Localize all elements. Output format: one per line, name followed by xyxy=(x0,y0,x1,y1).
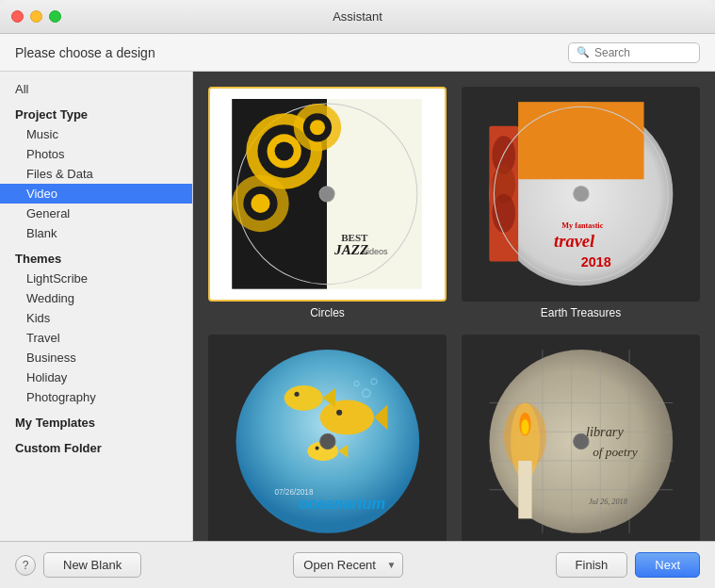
new-blank-button[interactable]: New Blank xyxy=(43,552,141,578)
sidebar-item-general[interactable]: General xyxy=(0,204,192,223)
help-button[interactable]: ? xyxy=(15,555,36,576)
svg-text:videos: videos xyxy=(364,248,389,257)
design-label-earth: Earth Treasures xyxy=(541,306,621,319)
svg-point-23 xyxy=(492,194,515,233)
svg-point-60 xyxy=(521,419,528,434)
design-item-earth-treasures[interactable]: My fantastic travel 2018 Earth Treasures xyxy=(462,87,700,319)
search-box[interactable]: 🔍 xyxy=(568,42,700,63)
svg-point-32 xyxy=(319,400,373,435)
window: Assistant Please choose a design 🔍 All P… xyxy=(0,0,715,588)
maximize-button[interactable] xyxy=(49,10,61,23)
sidebar-item-travel[interactable]: Travel xyxy=(0,328,192,348)
svg-rect-58 xyxy=(518,461,531,518)
sidebar-item-wedding[interactable]: Wedding xyxy=(0,288,192,308)
svg-text:travel: travel xyxy=(554,232,595,251)
sidebar-header-project-type: Project Type xyxy=(0,105,192,124)
title-bar: Assistant xyxy=(0,0,715,34)
svg-text:oceanarium: oceanarium xyxy=(299,496,385,513)
sidebar-item-lightscribe[interactable]: LightScribe xyxy=(0,269,192,288)
svg-point-34 xyxy=(336,410,342,416)
page-title: Please choose a design xyxy=(15,45,155,60)
footer: ? New Blank Open Recent Recent File 1 Re… xyxy=(0,541,715,588)
design-item-candle-light[interactable]: library of poetry Jul 26, 2018 Candle Li… xyxy=(462,335,700,541)
svg-text:library: library xyxy=(586,425,624,440)
open-recent-wrapper[interactable]: Open Recent Recent File 1 Recent File 2 … xyxy=(293,552,403,578)
traffic-lights xyxy=(11,10,61,23)
minimize-button[interactable] xyxy=(30,10,42,23)
sidebar-item-kids[interactable]: Kids xyxy=(0,308,192,328)
svg-point-46 xyxy=(319,434,334,449)
footer-right: Finish Next xyxy=(556,552,700,578)
design-thumb-circles: BEST JAZZ videos xyxy=(208,87,447,302)
svg-point-40 xyxy=(315,447,318,450)
svg-point-12 xyxy=(252,194,270,213)
svg-point-64 xyxy=(573,434,588,449)
design-grid: BEST JAZZ videos Circles xyxy=(193,72,715,541)
design-label-circles: Circles xyxy=(310,306,345,319)
subtitle-bar: Please choose a design 🔍 xyxy=(0,34,715,72)
svg-text:of poetry: of poetry xyxy=(593,445,638,459)
svg-point-30 xyxy=(573,187,588,202)
search-icon: 🔍 xyxy=(577,46,590,58)
earth-treasures-svg: My fantastic travel 2018 xyxy=(474,97,689,290)
footer-center: Open Recent Recent File 1 Recent File 2 … xyxy=(293,552,403,578)
sidebar-item-business[interactable]: Business xyxy=(0,348,192,368)
design-thumb-earth: My fantastic travel 2018 xyxy=(462,87,700,302)
sidebar-header-my-templates: My Templates xyxy=(0,413,192,433)
open-recent-select[interactable]: Open Recent Recent File 1 Recent File 2 xyxy=(293,552,403,578)
footer-left: ? New Blank xyxy=(15,552,141,578)
svg-rect-1 xyxy=(328,99,423,289)
fauna-life-svg: 07/26/2018 oceanarium xyxy=(220,345,435,538)
svg-point-37 xyxy=(294,392,299,397)
sidebar-item-photography[interactable]: Photography xyxy=(0,387,192,407)
next-button[interactable]: Next xyxy=(635,552,700,578)
search-input[interactable] xyxy=(594,46,691,59)
sidebar-item-files-data[interactable]: Files & Data xyxy=(0,164,192,184)
sidebar-item-music[interactable]: Music xyxy=(0,124,192,144)
sidebar: All Project Type Music Photos Files & Da… xyxy=(0,72,193,541)
svg-point-35 xyxy=(284,386,322,412)
sidebar-header-themes: Themes xyxy=(0,249,192,269)
candle-light-svg: library of poetry Jul 26, 2018 xyxy=(474,345,689,538)
sidebar-item-holiday[interactable]: Holiday xyxy=(0,368,192,387)
svg-rect-24 xyxy=(518,103,643,180)
design-item-circles[interactable]: BEST JAZZ videos Circles xyxy=(208,87,447,319)
sidebar-item-all[interactable]: All xyxy=(0,79,192,99)
svg-text:My fantastic: My fantastic xyxy=(561,221,603,230)
close-button[interactable] xyxy=(11,10,24,23)
sidebar-item-photos[interactable]: Photos xyxy=(0,144,192,164)
window-title: Assistant xyxy=(333,9,382,24)
design-thumb-candle: library of poetry Jul 26, 2018 xyxy=(462,335,700,541)
svg-point-9 xyxy=(310,120,325,135)
sidebar-header-custom-folder: Custom Folder xyxy=(0,438,192,458)
design-item-fauna-life[interactable]: 07/26/2018 oceanarium Fauna Life xyxy=(208,335,447,541)
svg-text:2018: 2018 xyxy=(581,254,611,270)
design-thumb-fauna: 07/26/2018 oceanarium xyxy=(208,335,447,541)
finish-button[interactable]: Finish xyxy=(556,552,628,578)
svg-text:Jul 26, 2018: Jul 26, 2018 xyxy=(589,498,627,507)
main-area: All Project Type Music Photos Files & Da… xyxy=(0,72,715,541)
sidebar-item-blank[interactable]: Blank xyxy=(0,223,192,243)
svg-point-6 xyxy=(275,142,294,161)
circles-svg: BEST JAZZ videos xyxy=(221,99,432,289)
sidebar-item-video[interactable]: Video xyxy=(0,184,192,204)
svg-point-16 xyxy=(319,187,334,202)
